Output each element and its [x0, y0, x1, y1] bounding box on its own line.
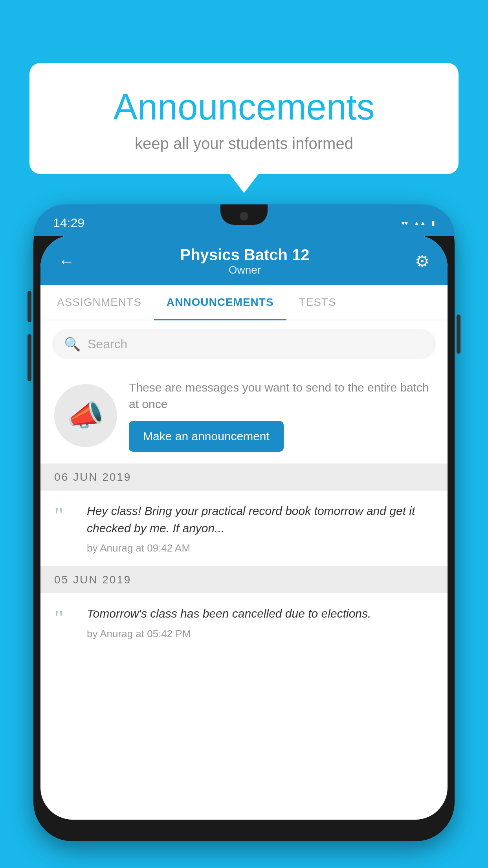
prompt-description: These are messages you want to send to t… — [129, 379, 434, 412]
status-time: 14:29 — [53, 216, 84, 230]
tab-assignments[interactable]: ASSIGNMENTS — [44, 285, 154, 320]
megaphone-circle: 📣 — [54, 384, 117, 447]
announcement-text-1: Hey class! Bring your practical record b… — [87, 502, 434, 537]
search-icon: 🔍 — [64, 336, 81, 352]
phone-screen: ← Physics Batch 12 Owner ⚙ ASSIGNMENTS A… — [40, 235, 448, 820]
signal-icon: ▲▲ — [413, 220, 426, 227]
announcement-item-1: " Hey class! Bring your practical record… — [40, 491, 448, 566]
megaphone-icon: 📣 — [67, 398, 104, 433]
batch-role: Owner — [180, 264, 309, 276]
settings-icon[interactable]: ⚙ — [415, 252, 430, 271]
announcement-meta-2: by Anurag at 05:42 PM — [87, 628, 434, 640]
status-icons: ▾▾ ▲▲ ▮ — [402, 219, 435, 227]
search-container: 🔍 Search — [40, 320, 448, 368]
header-title-group: Physics Batch 12 Owner — [180, 246, 309, 276]
battery-icon: ▮ — [431, 219, 435, 227]
speech-bubble-section: Announcements keep all your students inf… — [29, 63, 459, 174]
bubble-title: Announcements — [49, 86, 439, 128]
quote-icon-2: " — [54, 607, 76, 630]
search-input[interactable]: Search — [88, 337, 127, 351]
date-divider-june6: 06 JUN 2019 — [40, 464, 448, 491]
quote-icon-1: " — [54, 504, 76, 527]
tabs-bar: ASSIGNMENTS ANNOUNCEMENTS TESTS — [40, 285, 448, 320]
side-button-vol-down — [28, 334, 31, 381]
camera — [240, 212, 248, 221]
date-divider-june5: 05 JUN 2019 — [40, 566, 448, 593]
tab-announcements[interactable]: ANNOUNCEMENTS — [154, 285, 286, 320]
phone-notch — [220, 204, 268, 225]
speech-bubble-card: Announcements keep all your students inf… — [29, 63, 459, 174]
prompt-right: These are messages you want to send to t… — [129, 379, 434, 452]
tab-tests[interactable]: TESTS — [286, 285, 349, 320]
bubble-subtitle: keep all your students informed — [49, 135, 439, 153]
back-button[interactable]: ← — [58, 252, 75, 271]
announcement-prompt-section: 📣 These are messages you want to send to… — [40, 368, 448, 464]
announcement-content-1: Hey class! Bring your practical record b… — [87, 502, 434, 554]
side-button-power — [457, 314, 460, 354]
phone-frame: 14:29 ▾▾ ▲▲ ▮ ← Physics Batch 12 Owner ⚙ — [33, 204, 455, 841]
announcement-content-2: Tomorrow's class has been cancelled due … — [87, 605, 434, 640]
announcement-item-2: " Tomorrow's class has been cancelled du… — [40, 593, 448, 652]
announcement-text-2: Tomorrow's class has been cancelled due … — [87, 605, 434, 622]
phone-mockup: 14:29 ▾▾ ▲▲ ▮ ← Physics Batch 12 Owner ⚙ — [33, 204, 455, 868]
app-header: ← Physics Batch 12 Owner ⚙ — [40, 235, 448, 285]
make-announcement-button[interactable]: Make an announcement — [129, 421, 284, 452]
batch-title: Physics Batch 12 — [180, 246, 309, 264]
wifi-icon: ▾▾ — [402, 219, 408, 227]
side-button-vol-up — [28, 291, 31, 322]
search-bar[interactable]: 🔍 Search — [52, 329, 436, 359]
announcement-meta-1: by Anurag at 09:42 AM — [87, 542, 434, 554]
